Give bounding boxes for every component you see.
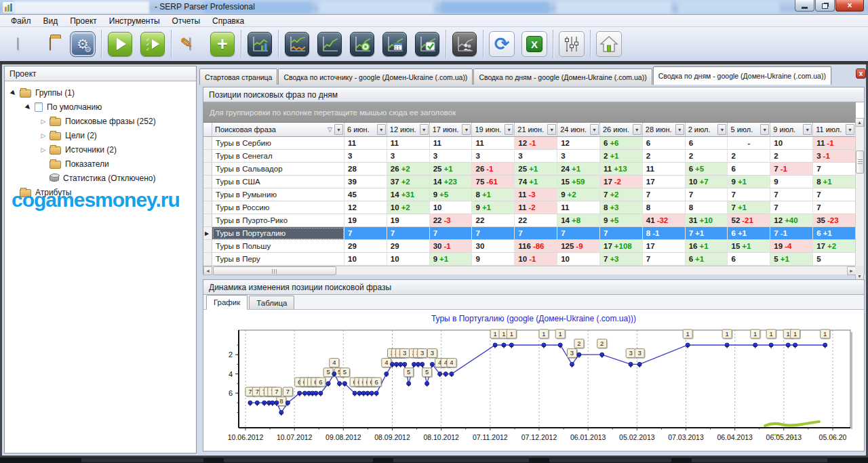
phrase-cell[interactable]: Туры в Сальвадор — [212, 163, 344, 176]
phrase-cell[interactable]: Туры в США — [212, 176, 344, 188]
scroll-left-arrow[interactable]: ◄ — [203, 266, 212, 275]
column-filter-dropdown[interactable]: ▼ — [717, 124, 726, 135]
position-cell[interactable]: 75-61 — [472, 176, 515, 188]
position-cell[interactable]: 10 — [557, 253, 600, 266]
position-cell[interactable]: 8 — [643, 201, 686, 214]
position-cell[interactable]: 17 — [643, 176, 686, 188]
menu-item-6[interactable]: Справка — [207, 16, 250, 26]
position-cell[interactable]: 11 — [430, 137, 473, 150]
add-button[interactable]: + — [206, 28, 239, 60]
position-cell[interactable]: 15+1 — [728, 240, 770, 253]
position-cell[interactable]: 29 — [344, 240, 387, 253]
position-cell[interactable]: 12 — [344, 201, 387, 214]
minimize-button[interactable] — [795, 0, 814, 12]
position-cell[interactable]: 7+3 — [600, 253, 643, 266]
position-cell[interactable]: 22 — [472, 214, 515, 227]
row-indicator-cell[interactable] — [203, 150, 212, 163]
position-cell[interactable]: 7 — [472, 227, 515, 240]
settings-button[interactable]: ⚙⚙ — [66, 28, 99, 60]
position-cell[interactable]: 10 — [387, 253, 430, 266]
position-cell[interactable]: 14+23 — [430, 176, 473, 188]
position-cell[interactable]: 7 — [515, 227, 557, 240]
position-cell[interactable]: 11 — [643, 163, 686, 176]
position-cell[interactable]: 9+5 — [430, 188, 473, 201]
menu-item-4[interactable]: Инструменты — [104, 16, 165, 26]
position-cell[interactable]: 11 — [344, 137, 387, 150]
menu-item-5[interactable]: Отчеты — [167, 16, 205, 26]
position-cell[interactable]: 12 — [557, 137, 600, 150]
position-cell[interactable]: 9+5 — [600, 214, 643, 227]
position-cell[interactable]: 7 — [600, 227, 643, 240]
position-cell[interactable]: 3 — [344, 150, 387, 163]
position-cell[interactable]: 17 — [643, 240, 686, 253]
position-cell[interactable]: 3 — [430, 150, 473, 163]
phrase-cell[interactable]: Туры в Сенегал — [212, 150, 344, 163]
dynamics-tab-2[interactable]: Таблица — [249, 296, 294, 309]
vertical-scrollbar[interactable]: ▲ ▼ — [855, 118, 864, 281]
position-cell[interactable]: 22-3 — [430, 214, 473, 227]
position-cell[interactable]: 7+1 — [728, 201, 770, 214]
row-indicator-cell[interactable] — [203, 163, 212, 176]
position-cell[interactable]: 15+59 — [557, 176, 600, 188]
position-cell[interactable]: 8+3 — [600, 201, 643, 214]
position-cell[interactable]: 7 — [344, 227, 387, 240]
column-filter-dropdown[interactable]: ▼ — [547, 124, 556, 135]
tree-item-1[interactable]: ▶Группы (1) — [5, 85, 196, 100]
position-cell[interactable]: 28 — [344, 163, 387, 176]
run-button[interactable] — [104, 28, 136, 60]
position-cell[interactable]: 6+6 — [600, 137, 643, 150]
position-cell[interactable]: 26-1 — [472, 163, 515, 176]
filter-funnel-icon[interactable]: ▽ — [328, 126, 332, 133]
column-filter-dropdown[interactable]: ▼ — [803, 124, 812, 135]
phrase-cell[interactable]: Туры в Сербию — [212, 137, 344, 150]
position-cell[interactable]: 11 — [472, 137, 515, 150]
document-tab-3[interactable]: Сводка по дням - google (Домен-Ukraine (… — [473, 68, 652, 85]
phrase-cell[interactable]: Туры в Перу — [212, 253, 344, 266]
position-cell[interactable]: 6 — [643, 137, 686, 150]
position-cell[interactable]: 11-3 — [515, 188, 557, 201]
menu-item-1[interactable]: Файл — [5, 16, 37, 26]
date-column-header-2[interactable]: 12 июн.▼ — [387, 123, 430, 137]
date-column-header-11[interactable]: 9 июл.▼ — [770, 123, 813, 137]
close-button[interactable]: × — [835, 0, 864, 12]
phrase-cell[interactable]: Туры в Россию — [212, 201, 344, 214]
position-cell[interactable]: 16+1 — [686, 240, 728, 253]
position-cell[interactable]: 30 — [472, 240, 515, 253]
position-cell[interactable]: 10 — [430, 201, 473, 214]
position-cell[interactable]: 26+2 — [387, 163, 430, 176]
column-filter-dropdown[interactable]: ▼ — [462, 124, 471, 135]
phrase-cell[interactable]: Туры в Пуэрто-Рико — [212, 214, 344, 227]
position-cell[interactable]: 7-1 — [770, 227, 813, 240]
column-filter-dropdown[interactable]: ▼ — [846, 124, 854, 135]
report-target-button[interactable] — [346, 28, 378, 60]
position-cell[interactable]: 3 — [472, 150, 515, 163]
date-column-header-5[interactable]: 21 июн.▼ — [515, 123, 557, 137]
tab-close-button[interactable]: x — [856, 68, 866, 79]
position-cell[interactable]: 7 — [728, 188, 770, 201]
position-cell[interactable]: 29 — [387, 240, 430, 253]
phrase-cell[interactable]: Туры в Польшу — [212, 240, 344, 253]
tree-item-3[interactable]: ▷Поисковые фразы (252) — [5, 114, 196, 128]
refresh-button[interactable]: ⟳ — [486, 28, 518, 60]
horizontal-scroll-thumb[interactable] — [213, 266, 336, 275]
tree-expander-icon[interactable]: ▶ — [9, 87, 18, 97]
date-column-header-6[interactable]: 24 июн.▼ — [557, 123, 600, 137]
position-cell[interactable]: 8-1 — [643, 227, 686, 240]
tree-item-7[interactable]: Статистика (Отключено) — [5, 171, 196, 185]
position-cell[interactable]: 7 — [770, 201, 813, 214]
position-cell[interactable]: 52-21 — [728, 214, 770, 227]
position-cell[interactable]: 10+2 — [387, 201, 430, 214]
position-cell[interactable]: 35-23 — [813, 214, 856, 227]
date-column-header-12[interactable]: 11 июл.▼ — [813, 123, 856, 137]
tree-item-2[interactable]: ▶По умолчанию — [5, 100, 196, 114]
position-cell[interactable]: 6 — [728, 253, 770, 266]
position-cell[interactable]: 125-9 — [557, 240, 600, 253]
phrase-cell[interactable]: Туры в Португалию — [212, 227, 344, 240]
position-cell[interactable]: 6+1 — [728, 227, 770, 240]
date-column-header-3[interactable]: 17 июн.▼ — [430, 123, 473, 137]
position-cell[interactable]: 14+8 — [557, 214, 600, 227]
position-cell[interactable]: 5 — [813, 253, 856, 266]
report-summary-button[interactable] — [243, 28, 276, 60]
position-cell[interactable]: 11+13 — [600, 163, 643, 176]
position-cell[interactable]: 9 — [472, 253, 515, 266]
